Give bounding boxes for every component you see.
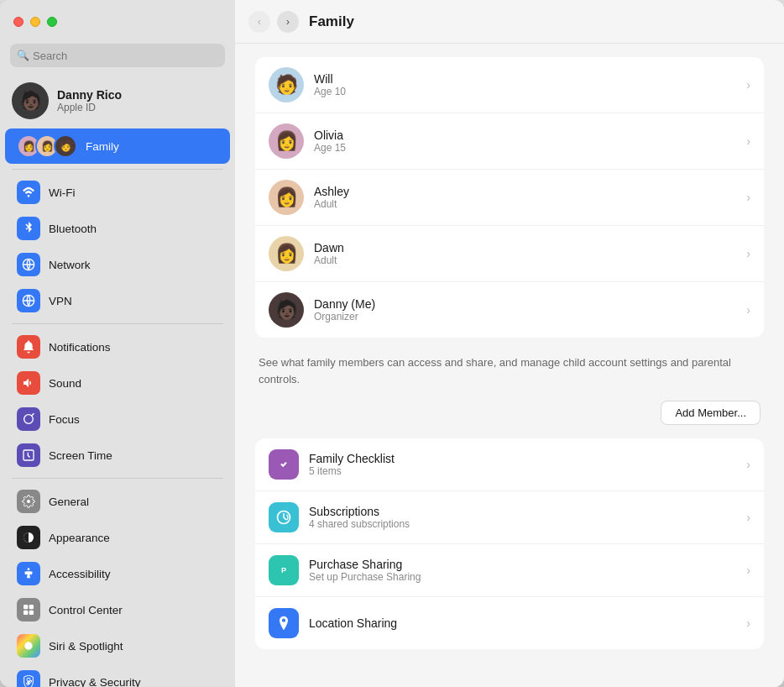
main-titlebar: ‹ › Family xyxy=(235,0,784,44)
chevron-icon: › xyxy=(746,247,750,260)
sidebar-item-privacy[interactable]: Privacy & Security xyxy=(5,664,230,687)
titlebar xyxy=(0,0,235,44)
feature-row-location[interactable]: Location Sharing › xyxy=(255,597,764,649)
sidebar-item-family[interactable]: 👩 👩 🧑 Family xyxy=(5,128,230,164)
main-content-area: ‹ › Family 🧑 Will Age 10 › 👩 xyxy=(235,0,784,687)
system-settings-window: 🔍 🧑🏿 Danny Rico Apple ID 👩 👩 🧑 Family xyxy=(0,0,784,687)
sidebar-divider-1 xyxy=(12,169,223,170)
sidebar-label-vpn: VPN xyxy=(49,295,72,307)
feature-row-checklist[interactable]: Family Checklist 5 items › xyxy=(255,438,764,491)
member-name-will: Will xyxy=(314,72,736,86)
svg-rect-9 xyxy=(29,611,34,615)
purchase-icon: P xyxy=(269,555,299,585)
sidebar-item-vpn[interactable]: VPN xyxy=(5,283,230,318)
sound-icon xyxy=(17,371,40,395)
sidebar-item-general[interactable]: General xyxy=(5,484,230,519)
chevron-icon: › xyxy=(746,191,750,204)
siri-icon xyxy=(17,634,40,658)
features-card: Family Checklist 5 items › Subscriptions… xyxy=(255,438,764,649)
user-name: Danny Rico xyxy=(57,88,122,102)
sidebar-item-label: Family xyxy=(86,140,119,153)
sidebar-item-controlcenter[interactable]: Control Center xyxy=(5,592,230,627)
member-avatar-olivia: 👩 xyxy=(269,123,304,159)
feature-sub-purchase: Set up Purchase Sharing xyxy=(309,571,736,583)
privacy-icon xyxy=(17,670,40,687)
member-row-dawn[interactable]: 👩 Dawn Adult › xyxy=(255,226,764,282)
controlcenter-icon xyxy=(17,598,40,621)
feature-row-subscriptions[interactable]: Subscriptions 4 shared subscriptions › xyxy=(255,491,764,544)
sidebar-item-sound[interactable]: Sound xyxy=(5,365,230,401)
chevron-icon: › xyxy=(746,564,750,577)
svg-point-10 xyxy=(24,642,32,649)
sidebar-label-accessibility: Accessibility xyxy=(49,568,111,580)
member-role-ashley: Adult xyxy=(314,198,736,210)
network-icon xyxy=(17,253,40,276)
svg-rect-7 xyxy=(29,605,34,609)
screentime-icon xyxy=(17,443,40,467)
member-role-will: Age 10 xyxy=(314,86,736,97)
sidebar-item-wifi[interactable]: Wi-Fi xyxy=(5,175,230,210)
sidebar-label-controlcenter: Control Center xyxy=(49,604,123,616)
family-description: See what family members can access and s… xyxy=(255,344,764,394)
sidebar-item-accessibility[interactable]: Accessibility xyxy=(5,556,230,591)
search-icon: 🔍 xyxy=(17,50,29,61)
family-members-card: 🧑 Will Age 10 › 👩 Olivia Age 15 › xyxy=(255,57,764,338)
sidebar-label-wifi: Wi-Fi xyxy=(49,186,75,199)
member-avatar-danny: 🧑🏿 xyxy=(269,292,304,328)
sidebar-label-appearance: Appearance xyxy=(49,532,110,544)
add-member-button[interactable]: Add Member... xyxy=(661,401,760,425)
search-input[interactable] xyxy=(33,50,218,62)
user-account-item[interactable]: 🧑🏿 Danny Rico Apple ID xyxy=(0,74,235,128)
general-icon xyxy=(17,490,40,513)
sidebar-scroll: 🧑🏿 Danny Rico Apple ID 👩 👩 🧑 Family xyxy=(0,74,235,687)
checklist-icon xyxy=(269,449,299,480)
minimize-button[interactable] xyxy=(30,17,40,27)
member-row-olivia[interactable]: 👩 Olivia Age 15 › xyxy=(255,113,764,170)
member-avatar-ashley: 👩 xyxy=(269,180,304,215)
feature-sub-checklist: 5 items xyxy=(309,465,736,477)
member-row-will[interactable]: 🧑 Will Age 10 › xyxy=(255,57,764,113)
appearance-icon xyxy=(17,526,40,549)
back-button[interactable]: ‹ xyxy=(248,11,270,33)
svg-text:P: P xyxy=(281,566,286,574)
bluetooth-icon xyxy=(17,217,40,240)
member-row-danny[interactable]: 🧑🏿 Danny (Me) Organizer › xyxy=(255,282,764,338)
forward-button[interactable]: › xyxy=(277,11,299,33)
member-avatar-will: 🧑 xyxy=(269,67,304,102)
member-name-olivia: Olivia xyxy=(314,128,736,142)
sidebar-item-bluetooth[interactable]: Bluetooth xyxy=(5,211,230,246)
sidebar-item-focus[interactable]: Focus xyxy=(5,401,230,437)
sidebar-item-notifications[interactable]: Notifications xyxy=(5,329,230,364)
close-button[interactable] xyxy=(13,17,24,27)
sidebar-label-privacy: Privacy & Security xyxy=(49,676,141,688)
sidebar-item-network[interactable]: Network xyxy=(5,247,230,282)
member-name-dawn: Dawn xyxy=(314,241,736,254)
sidebar-item-appearance[interactable]: Appearance xyxy=(5,520,230,555)
svg-rect-6 xyxy=(24,605,28,609)
sidebar-item-screentime[interactable]: Screen Time xyxy=(5,438,230,473)
main-scroll-area: 🧑 Will Age 10 › 👩 Olivia Age 15 › xyxy=(235,44,784,687)
notifications-icon xyxy=(17,335,40,359)
sidebar-label-sound: Sound xyxy=(49,377,81,390)
sidebar-label-focus: Focus xyxy=(49,413,80,426)
chevron-icon: › xyxy=(746,134,750,148)
avatar: 🧑🏿 xyxy=(12,82,49,119)
sidebar-item-siri[interactable]: Siri & Spotlight xyxy=(5,628,230,663)
feature-row-purchase[interactable]: P Purchase Sharing Set up Purchase Shari… xyxy=(255,544,764,597)
member-avatar-dawn: 👩 xyxy=(269,236,304,271)
subscriptions-icon xyxy=(269,502,299,532)
sidebar-label-notifications: Notifications xyxy=(49,341,111,354)
sidebar-label-general: General xyxy=(49,496,89,508)
chevron-icon: › xyxy=(746,616,750,630)
svg-point-5 xyxy=(28,568,30,570)
maximize-button[interactable] xyxy=(47,17,57,27)
member-row-ashley[interactable]: 👩 Ashley Adult › xyxy=(255,170,764,226)
page-title: Family xyxy=(309,13,354,30)
svg-rect-8 xyxy=(24,611,28,615)
family-icon: 👩 👩 🧑 xyxy=(17,134,77,158)
fam-av-3: 🧑 xyxy=(54,134,77,158)
svg-rect-11 xyxy=(28,681,30,684)
search-bar[interactable]: 🔍 xyxy=(10,44,225,67)
location-icon xyxy=(269,608,299,638)
user-subtitle: Apple ID xyxy=(57,102,122,113)
